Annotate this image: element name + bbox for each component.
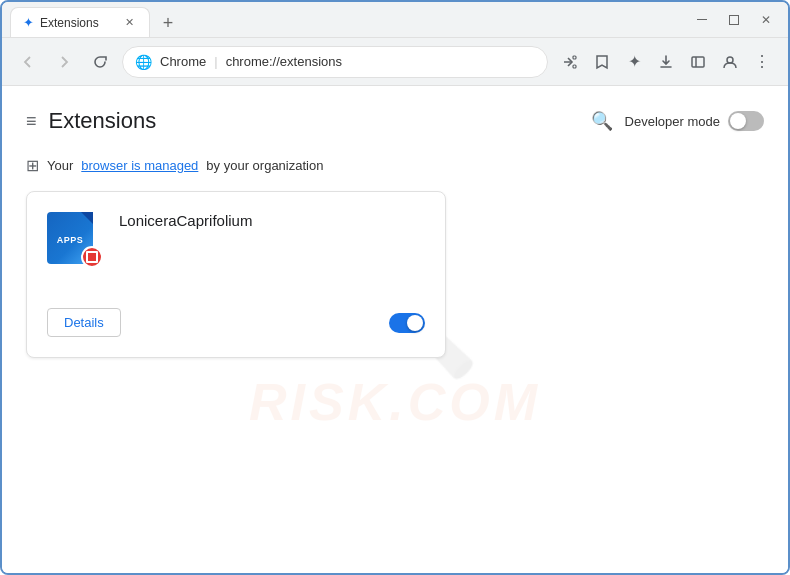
tab-strip: ✦ Extensions ✕ +	[10, 2, 688, 37]
download-icon[interactable]	[652, 48, 680, 76]
watermark-text: RISK.COM	[249, 372, 541, 432]
address-bar: 🌐 Chrome | chrome://extensions ✦ ⋮	[2, 38, 788, 86]
maximize-button[interactable]	[720, 6, 748, 34]
managed-text-after: by your organization	[206, 158, 323, 173]
browser-label: Chrome	[160, 54, 206, 69]
extension-card-top: APPS LoniceraCaprifolium	[47, 212, 425, 268]
extensions-icon[interactable]: ✦	[620, 48, 648, 76]
main-content: 🔍 RISK.COM ≡ Extensions 🔍 Developer mode…	[2, 86, 788, 575]
new-tab-button[interactable]: +	[154, 9, 182, 37]
svg-rect-5	[692, 57, 704, 67]
managed-text-before: Your	[47, 158, 73, 173]
developer-mode-toggle[interactable]	[728, 111, 764, 131]
menu-icon[interactable]: ⋮	[748, 48, 776, 76]
extension-toggle[interactable]	[389, 313, 425, 333]
page-title: Extensions	[49, 108, 157, 134]
extension-toggle-thumb	[407, 315, 423, 331]
extension-card: APPS LoniceraCaprifolium Details	[26, 191, 446, 358]
extension-card-bottom: Details	[47, 308, 425, 337]
omnibox-separator: |	[214, 54, 217, 69]
svg-rect-4	[573, 65, 576, 68]
extension-tab-icon: ✦	[23, 15, 34, 30]
toggle-thumb	[730, 113, 746, 129]
title-bar: ✦ Extensions ✕ + ✕	[2, 2, 788, 38]
badge-inner	[86, 251, 98, 263]
apps-label: APPS	[57, 231, 84, 245]
profile-icon[interactable]	[716, 48, 744, 76]
close-button[interactable]: ✕	[752, 6, 780, 34]
extensions-header: ≡ Extensions 🔍 Developer mode	[2, 86, 788, 148]
toolbar-icons: ✦ ⋮	[556, 48, 776, 76]
svg-rect-3	[573, 56, 576, 59]
reload-button[interactable]	[86, 48, 114, 76]
chrome-globe-icon: 🌐	[135, 54, 152, 70]
managed-link[interactable]: browser is managed	[81, 158, 198, 173]
minimize-button[interactable]	[688, 6, 716, 34]
tab-close-button[interactable]: ✕	[121, 15, 137, 31]
omnibox-url: chrome://extensions	[226, 54, 342, 69]
search-icon[interactable]: 🔍	[587, 106, 617, 136]
sidebar-icon[interactable]	[684, 48, 712, 76]
extension-info: LoniceraCaprifolium	[119, 212, 252, 230]
share-icon[interactable]	[556, 48, 584, 76]
forward-button[interactable]	[50, 48, 78, 76]
bookmark-icon[interactable]	[588, 48, 616, 76]
omnibox[interactable]: 🌐 Chrome | chrome://extensions	[122, 46, 548, 78]
dev-mode-area: 🔍 Developer mode	[587, 106, 764, 136]
managed-icon: ⊞	[26, 156, 39, 175]
hamburger-menu-icon[interactable]: ≡	[26, 111, 37, 132]
window-controls: ✕	[688, 6, 780, 34]
back-button[interactable]	[14, 48, 42, 76]
svg-point-7	[727, 57, 733, 63]
extensions-tab[interactable]: ✦ Extensions ✕	[10, 7, 150, 37]
managed-notice: ⊞ Your browser is managed by your organi…	[2, 148, 788, 191]
svg-rect-1	[730, 15, 739, 24]
dev-mode-label: Developer mode	[625, 114, 720, 129]
svg-rect-0	[697, 19, 707, 20]
extensions-title-area: ≡ Extensions	[26, 108, 156, 134]
details-button[interactable]: Details	[47, 308, 121, 337]
extension-badge-icon	[81, 246, 103, 268]
tab-label: Extensions	[40, 16, 99, 30]
extensions-area: APPS LoniceraCaprifolium Details	[2, 191, 788, 358]
extension-name: LoniceraCaprifolium	[119, 208, 252, 229]
extension-icon: APPS	[47, 212, 103, 268]
